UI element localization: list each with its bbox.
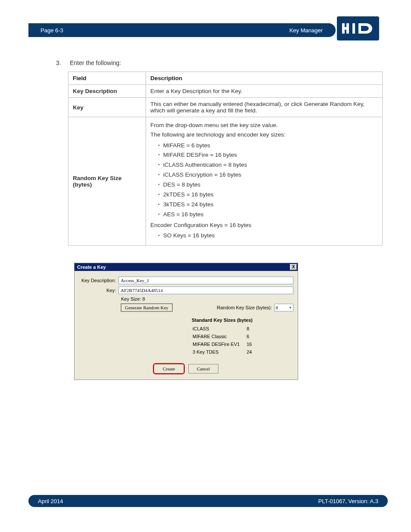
table-header-row: Field Description	[68, 72, 383, 85]
desc-line: Encoder Configuration Keys = 16 bytes	[150, 221, 378, 230]
std-size: 24	[246, 348, 258, 355]
page-header: Page 6-3 Key Manager	[28, 23, 336, 37]
col-field: Field	[68, 72, 146, 85]
table-row: 3 Key TDES 24	[193, 348, 258, 355]
bullet-list: SO Keys = 16 bytes	[150, 231, 378, 240]
svg-rect-3	[352, 23, 355, 34]
chevron-down-icon: ▼	[289, 306, 292, 310]
bullet-item: MIFARE = 6 bytes	[158, 141, 378, 150]
bullet-item: iCLASS Authentication = 8 bytes	[158, 161, 378, 170]
bullet-item: DES = 8 bytes	[158, 180, 378, 190]
step-number: 3.	[56, 59, 68, 66]
create-button[interactable]: Create	[154, 364, 184, 373]
generate-random-key-button[interactable]: Generate Random Key	[121, 304, 172, 311]
label-random-key-size: Random Key Size (bytes):	[217, 305, 272, 310]
row-key: Key:	[79, 286, 293, 294]
bullet-item: iCLASS Encryption = 16 bytes	[158, 171, 378, 180]
row-key-description: Key Description:	[79, 277, 293, 284]
footer-date: April 2014	[38, 498, 63, 504]
cell-description: Enter a Key Description for the Key.	[146, 85, 383, 98]
row-key-size: Key Size: 8	[121, 296, 293, 302]
bullet-list: MIFARE = 6 bytes MIFARE DESFire = 16 byt…	[150, 141, 378, 219]
standard-key-sizes: Standard Key Sizes (bytes) iCLASS 8 MIFA…	[192, 317, 293, 356]
std-name: MIFARE DESFire EV1	[193, 341, 246, 348]
dialog-actions: Create Cancel	[79, 364, 293, 373]
desc-line: The following are technology and encoder…	[150, 131, 378, 139]
cell-field: Random Key Size (bytes)	[68, 117, 146, 246]
key-description-input[interactable]	[118, 277, 293, 284]
desc-line: From the drop-down menu set the key size…	[150, 121, 378, 130]
table-row: iCLASS 8	[193, 325, 258, 332]
col-description: Description	[146, 72, 383, 85]
label-key-description: Key Description:	[79, 278, 118, 283]
cell-field: Key Description	[68, 85, 146, 98]
page-number: Page 6-3	[40, 27, 63, 34]
dialog-title-text: Create a Key	[77, 264, 106, 270]
random-key-size-value: 8	[276, 305, 278, 310]
std-size: 8	[246, 325, 258, 332]
key-input[interactable]	[118, 286, 293, 294]
content-area: 3. Enter the following: Field Descriptio…	[56, 59, 385, 380]
cell-field: Key	[68, 98, 146, 117]
dialog-titlebar[interactable]: Create a Key X	[75, 263, 298, 271]
cancel-button[interactable]: Cancel	[188, 364, 218, 373]
cell-description: From the drop-down menu set the key size…	[146, 117, 383, 246]
random-key-size-group: Random Key Size (bytes): 8 ▼	[217, 304, 293, 311]
std-size: 6	[246, 333, 258, 340]
close-icon[interactable]: X	[290, 264, 297, 270]
table-row: Random Key Size (bytes) From the drop-do…	[68, 117, 383, 246]
table-row: MIFARE Classic 6	[193, 333, 258, 340]
std-size: 16	[246, 341, 258, 348]
random-key-size-select[interactable]: 8 ▼	[274, 304, 293, 311]
bullet-item: SO Keys = 16 bytes	[158, 231, 378, 240]
page-footer: April 2014 PLT-01067, Version: A.3	[28, 495, 388, 507]
cell-description: This can either be manually entered (hex…	[146, 98, 383, 117]
key-size-value: 8	[143, 296, 145, 302]
step-line: 3. Enter the following:	[56, 59, 385, 66]
step-text: Enter the following:	[70, 59, 121, 66]
footer-doc: PLT-01067, Version: A.3	[318, 498, 378, 504]
dialog-body: Key Description: Key: Key Size: 8 Genera…	[75, 271, 298, 380]
field-description-table: Field Description Key Description Enter …	[68, 72, 383, 246]
bullet-item: MIFARE DESFire = 16 bytes	[158, 151, 378, 160]
table-row: Key This can either be manually entered …	[68, 98, 383, 117]
std-name: iCLASS	[193, 325, 246, 332]
create-key-dialog: Create a Key X Key Description: Key: Key…	[74, 263, 298, 380]
table-row: MIFARE DESFire EV1 16	[193, 341, 258, 348]
section-title: Key Manager	[290, 27, 323, 34]
label-key: Key:	[79, 288, 118, 293]
bullet-item: AES = 16 bytes	[158, 210, 378, 219]
table-row: Key Description Enter a Key Description …	[68, 85, 383, 98]
standard-key-sizes-title: Standard Key Sizes (bytes)	[192, 317, 293, 323]
svg-rect-2	[342, 27, 349, 30]
row-generate: Generate Random Key Random Key Size (byt…	[121, 304, 293, 311]
std-name: 3 Key TDES	[193, 348, 246, 355]
label-key-size: Key Size:	[121, 296, 141, 302]
std-name: MIFARE Classic	[193, 333, 246, 340]
standard-key-sizes-table: iCLASS 8 MIFARE Classic 6 MIFARE DESFire…	[192, 324, 259, 356]
bullet-item: 3kTDES = 24 bytes	[158, 200, 378, 209]
bullet-item: 2kTDES = 16 bytes	[158, 190, 378, 199]
brand-logo	[337, 16, 379, 40]
